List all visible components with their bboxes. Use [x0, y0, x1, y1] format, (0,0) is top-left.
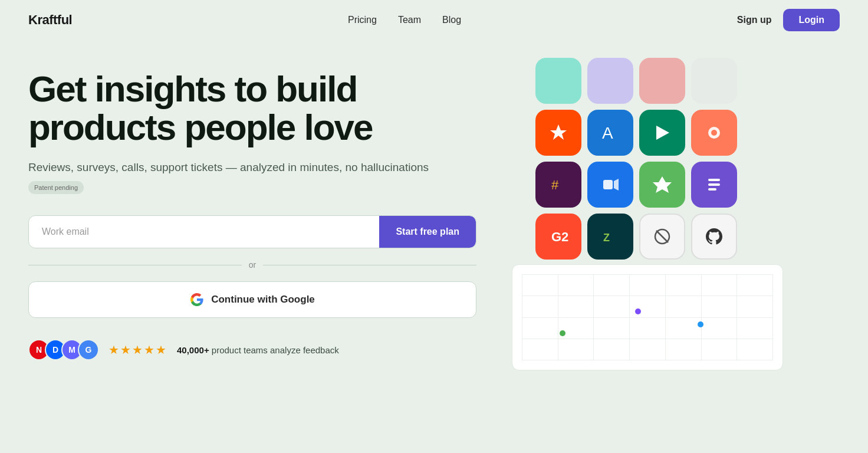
svg-point-3: [711, 130, 717, 136]
start-free-plan-button[interactable]: Start free plan: [379, 216, 476, 248]
svg-rect-9: [708, 183, 720, 186]
svg-rect-8: [708, 179, 720, 181]
hero-section: Get insights to build products people lo…: [0, 40, 868, 382]
grid-col: [772, 274, 773, 360]
svg-text:A: A: [602, 124, 613, 142]
grid-col: [737, 274, 737, 360]
stars: ★★★★★: [108, 343, 167, 357]
nav-actions: Sign up Login: [737, 9, 840, 31]
grid-col: [629, 274, 630, 360]
app-icon-github: [691, 214, 737, 260]
continue-with-google-button[interactable]: Continue with Google: [28, 281, 476, 318]
avatar-google: G: [78, 339, 99, 360]
svg-text:Z: Z: [603, 232, 610, 244]
app-icon-salmon1: [639, 58, 685, 104]
app-icon-g2: G2: [535, 214, 581, 260]
svg-line-14: [656, 231, 668, 242]
svg-rect-5: [603, 180, 613, 189]
nav-link-blog[interactable]: Blog: [442, 15, 461, 25]
logo[interactable]: Kraftful: [28, 12, 72, 28]
or-divider: or: [28, 260, 476, 270]
app-icon-nosymbol: [639, 214, 685, 260]
chart-overlay: [512, 264, 783, 370]
grid-col: [522, 274, 522, 360]
grid-col: [665, 274, 666, 360]
chart-grid: [522, 274, 773, 360]
nav-links: Pricing Team Blog: [348, 15, 461, 25]
app-icon-capterra: [639, 162, 685, 208]
chart-dot-green: [560, 330, 565, 336]
app-icon-notion: [691, 162, 737, 208]
hero-subtitle: Reviews, surveys, calls, support tickets…: [28, 159, 476, 194]
grid-col: [701, 274, 702, 360]
grid-col: [593, 274, 594, 360]
svg-marker-6: [614, 179, 619, 191]
app-icon-empty1: [691, 58, 737, 104]
proof-text: 40,000+ product teams analyze feedback: [177, 345, 339, 355]
sign-up-button[interactable]: Sign up: [737, 15, 772, 25]
svg-text:#: #: [551, 178, 559, 192]
hero-title: Get insights to build products people lo…: [28, 70, 476, 146]
social-proof: N D M G ★★★★★ 40,000+ product teams anal…: [28, 339, 476, 360]
svg-text:G2: G2: [551, 229, 568, 244]
app-icon-slack: #: [535, 162, 581, 208]
app-icon-lavender1: [587, 58, 633, 104]
email-form: Start free plan: [28, 215, 476, 248]
app-icon-meet: [587, 162, 633, 208]
grid-cols: [522, 274, 773, 360]
app-icon-appstore: A: [587, 110, 633, 156]
app-icon-playstore: [639, 110, 685, 156]
google-icon: [190, 293, 204, 307]
hero-right: A # G2: [500, 58, 783, 382]
google-btn-label: Continue with Google: [211, 294, 315, 306]
app-icon-hubspot: [691, 110, 737, 156]
login-button[interactable]: Login: [783, 9, 840, 31]
avatar-group: N D M G: [28, 339, 99, 360]
svg-rect-10: [708, 188, 716, 191]
nav-link-team[interactable]: Team: [398, 15, 421, 25]
grid-col: [558, 274, 558, 360]
nav-link-pricing[interactable]: Pricing: [348, 15, 377, 25]
app-icon-teal1: [535, 58, 581, 104]
svg-marker-7: [653, 176, 672, 193]
email-input[interactable]: [29, 216, 379, 248]
app-icon-zapier: [535, 110, 581, 156]
patent-badge: Patent pending: [28, 181, 84, 195]
svg-marker-1: [656, 126, 669, 140]
app-icon-zendesk: Z: [587, 214, 633, 260]
hero-left: Get insights to build products people lo…: [28, 58, 476, 360]
